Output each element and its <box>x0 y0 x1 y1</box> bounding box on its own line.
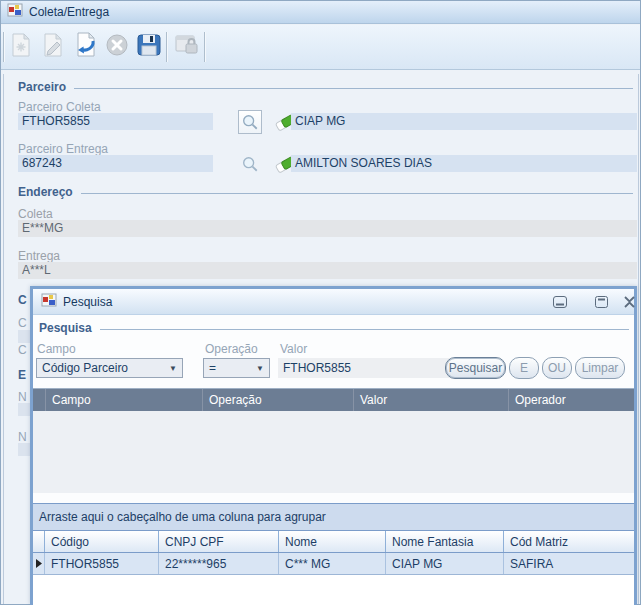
close-button[interactable] <box>621 295 637 309</box>
column-header-nome-fantasia[interactable]: Nome Fantasia <box>385 531 503 552</box>
column-header-cod-matriz[interactable]: Cód Matriz <box>503 531 634 552</box>
obscured-label: E <box>18 368 30 382</box>
lock-icon <box>174 32 200 58</box>
coleta-entrega-window: { "window": { "title": "Coleta/Entrega",… <box>0 0 641 605</box>
row-indicator-header <box>33 531 44 552</box>
toolbar-separator <box>166 32 167 62</box>
campo-label: Campo <box>37 342 76 356</box>
dialog-title: Pesquisa <box>63 295 112 309</box>
edit-pencil-icon <box>40 32 66 58</box>
dialog-titlebar[interactable]: Pesquisa <box>33 289 634 315</box>
save-icon <box>136 32 162 58</box>
maximize-icon <box>595 296 608 308</box>
ou-button[interactable]: OU <box>542 357 572 379</box>
criteria-grid: Campo Operação Valor Operador <box>33 388 634 493</box>
campo-combobox[interactable]: Código Parceiro ▼ <box>36 358 183 378</box>
obscured-field <box>18 443 30 456</box>
save-button[interactable] <box>134 30 164 60</box>
endereco-entrega-field: A***L <box>18 262 637 279</box>
column-header-valor[interactable]: Valor <box>353 389 508 411</box>
row-indicator-header <box>33 389 45 411</box>
valor-label: Valor <box>280 342 307 356</box>
column-header-campo[interactable]: Campo <box>45 389 202 411</box>
results-grid: Arraste aqui o cabeçalho de uma coluna p… <box>33 503 634 605</box>
panel-left-edge <box>3 74 4 605</box>
endereco-coleta-label: Coleta <box>18 207 53 221</box>
obscured-label: C <box>18 293 30 307</box>
parceiro-entrega-name-field[interactable]: AMILTON SOARES DIAS <box>291 155 637 172</box>
results-grid-header: Código CNPJ CPF Nome Nome Fantasia Cód M… <box>33 531 634 553</box>
column-header-cnpj-cpf[interactable]: CNPJ CPF <box>158 531 278 552</box>
toolbar-separator <box>204 32 205 62</box>
new-document-icon <box>8 32 34 58</box>
obscured-label: C <box>18 343 30 357</box>
cancel-button[interactable] <box>102 30 132 60</box>
parceiro-entrega-label: Parceiro Entrega <box>18 142 108 156</box>
column-header-operador[interactable]: Operador <box>508 389 634 411</box>
parceiro-coleta-label: Parceiro Coleta <box>18 100 101 114</box>
obscured-field <box>18 403 30 416</box>
main-titlebar[interactable]: Coleta/Entrega <box>0 0 641 24</box>
e-button[interactable]: E <box>509 357 539 379</box>
main-toolbar <box>0 25 641 70</box>
column-header-codigo[interactable]: Código <box>44 531 158 552</box>
current-row-arrow-icon <box>36 559 42 568</box>
valor-input[interactable]: FTHOR5855 <box>278 358 450 378</box>
maximize-button[interactable] <box>593 295 609 309</box>
new-document-button[interactable] <box>6 30 36 60</box>
dialog-body: Pesquisa Campo Operação Valor Código Par… <box>33 316 634 605</box>
minimize-icon <box>553 296 567 308</box>
pesquisa-dialog: Pesquisa Pesquisa Campo Operação Valor <box>30 286 637 605</box>
cell-nome-fantasia: CIAP MG <box>385 553 503 574</box>
minimize-button[interactable] <box>552 295 568 309</box>
app-icon <box>7 2 23 21</box>
row-indicator <box>33 553 44 574</box>
cell-nome: C*** MG <box>278 553 385 574</box>
operacao-label: Operação <box>205 342 258 356</box>
toolbar-grip <box>3 32 4 62</box>
cell-cod-matriz: SAFIRA <box>503 553 634 574</box>
group-by-panel[interactable]: Arraste aqui o cabeçalho de uma coluna p… <box>33 504 634 531</box>
parceiro-entrega-code-field[interactable]: 687243 <box>18 155 213 172</box>
chevron-down-icon: ▼ <box>169 364 177 373</box>
undo-button[interactable] <box>70 30 100 60</box>
obscured-label: C <box>18 316 30 330</box>
pesquisa-group-heading: Pesquisa <box>39 321 629 335</box>
pesquisar-button[interactable]: Pesquisar <box>445 357 506 379</box>
column-header-operacao[interactable]: Operação <box>202 389 353 411</box>
endereco-entrega-label: Entrega <box>18 249 60 263</box>
parceiro-coleta-name-field[interactable]: CIAP MG <box>291 113 637 130</box>
parceiro-coleta-search-button[interactable] <box>238 110 262 134</box>
undo-icon <box>72 32 98 58</box>
chevron-down-icon: ▼ <box>256 364 264 373</box>
magnifier-icon <box>241 155 259 173</box>
magnifier-icon <box>241 113 259 131</box>
dialog-app-icon <box>41 292 57 311</box>
close-icon <box>623 296 636 308</box>
endereco-coleta-field: E***MG <box>18 220 637 237</box>
cancel-icon <box>104 32 130 58</box>
window-title: Coleta/Entrega <box>29 5 109 19</box>
permissions-button[interactable] <box>172 30 202 60</box>
column-header-nome[interactable]: Nome <box>278 531 385 552</box>
panel-right-edge <box>638 74 639 605</box>
cell-codigo: FTHOR5855 <box>44 553 158 574</box>
obscured-field <box>18 330 30 343</box>
obscured-label: N <box>18 430 30 444</box>
table-row[interactable]: FTHOR5855 22******965 C*** MG CIAP MG SA… <box>33 553 634 575</box>
criteria-grid-header: Campo Operação Valor Operador <box>33 389 634 411</box>
obscured-label: N <box>18 390 30 404</box>
edit-button[interactable] <box>38 30 68 60</box>
operacao-combobox[interactable]: = ▼ <box>203 358 270 378</box>
parceiro-group-heading: Parceiro <box>18 80 633 94</box>
endereco-group-heading: Endereço <box>18 185 633 199</box>
parceiro-coleta-code-field[interactable]: FTHOR5855 <box>18 113 213 130</box>
cell-cnpj-cpf: 22******965 <box>158 553 278 574</box>
parceiro-entrega-search-button[interactable] <box>238 152 262 176</box>
limpar-button[interactable]: Limpar <box>575 357 625 379</box>
